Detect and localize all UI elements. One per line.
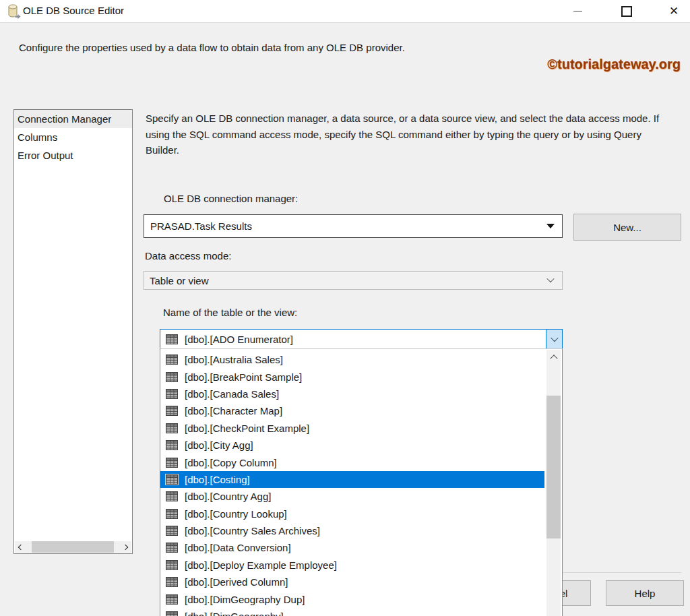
nav-item[interactable]: Error Output xyxy=(14,146,132,164)
list-item[interactable]: [dbo].[Character Map] xyxy=(160,402,544,419)
table-icon xyxy=(165,491,179,502)
table-icon xyxy=(165,334,179,345)
minimize-icon xyxy=(573,11,582,12)
nav-panel: Connection Manager Columns Error Output xyxy=(13,109,133,554)
instructions-text: Specify an OLE DB connection manager, a … xyxy=(146,111,675,158)
chevron-down-icon xyxy=(551,334,558,342)
nav-horizontal-scrollbar[interactable] xyxy=(15,541,131,553)
scroll-right-button[interactable] xyxy=(119,541,131,553)
help-button[interactable]: Help xyxy=(606,580,684,606)
list-item[interactable]: [dbo].[DimGeography] xyxy=(160,608,544,616)
table-icon xyxy=(165,388,179,400)
title-bar: OLE DB Source Editor ✕ xyxy=(0,0,690,23)
table-icon xyxy=(165,371,179,383)
table-dropdown-list: [dbo].[Australia Sales] [dbo].[BreakPoin… xyxy=(160,348,563,616)
table-icon xyxy=(165,423,179,434)
connection-manager-value: PRASAD.Task Results xyxy=(150,220,252,232)
list-item[interactable]: [dbo].[Costing] xyxy=(160,471,544,488)
dropdown-arrow-icon xyxy=(546,224,555,228)
table-icon xyxy=(165,508,179,520)
table-name-dropdown-button[interactable] xyxy=(546,330,562,348)
data-access-mode-value: Table or view xyxy=(150,275,209,286)
table-icon xyxy=(165,354,179,365)
table-icon xyxy=(165,611,179,616)
data-access-mode-label: Data access mode: xyxy=(145,250,231,261)
close-button[interactable]: ✕ xyxy=(658,0,689,22)
window-title: OLE DB Source Editor xyxy=(23,5,124,16)
dialog-description: Configure the properties used by a data … xyxy=(19,42,405,53)
scroll-left-icon xyxy=(18,544,24,549)
database-icon xyxy=(5,3,22,20)
minimize-button[interactable] xyxy=(562,0,593,22)
scroll-right-icon xyxy=(123,544,128,549)
table-name-value: [dbo].[ADO Enumerator] xyxy=(185,334,293,345)
table-icon xyxy=(165,542,179,553)
list-item[interactable]: [dbo].[City Agg] xyxy=(160,437,544,454)
list-item[interactable]: [dbo].[Country Agg] xyxy=(160,488,544,505)
maximize-icon xyxy=(621,6,632,17)
table-name-combobox[interactable]: [dbo].[ADO Enumerator] xyxy=(160,329,563,349)
list-item[interactable]: [dbo].[Data Conversion] xyxy=(160,539,544,556)
list-item[interactable]: [dbo].[Copy Column] xyxy=(160,454,544,470)
scrollbar-thumb[interactable] xyxy=(32,541,114,553)
list-item[interactable]: [dbo].[Canada Sales] xyxy=(160,386,544,402)
table-name-label: Name of the table or the view: xyxy=(163,307,297,318)
data-access-mode-combobox[interactable]: Table or view xyxy=(144,271,563,290)
maximize-button[interactable] xyxy=(611,0,642,22)
table-icon xyxy=(165,525,179,536)
nav-item[interactable]: Connection Manager xyxy=(14,110,132,128)
table-icon xyxy=(165,439,179,451)
list-item[interactable]: [dbo].[Australia Sales] xyxy=(160,351,544,368)
close-icon: ✕ xyxy=(669,4,679,18)
connection-manager-label: OLE DB connection manager: xyxy=(164,193,298,204)
scrollbar-thumb[interactable] xyxy=(546,396,561,538)
table-icon xyxy=(165,576,179,588)
table-icon xyxy=(165,474,179,485)
scroll-left-button[interactable] xyxy=(15,541,27,553)
list-item[interactable]: [dbo].[Deploy Example Employee] xyxy=(160,557,544,574)
list-item[interactable]: [dbo].[Derived Column] xyxy=(160,574,544,590)
chevron-down-icon xyxy=(546,275,554,282)
list-item[interactable]: [dbo].[DimGeography Dup] xyxy=(160,590,544,607)
list-item[interactable]: [dbo].[BreakPoint Sample] xyxy=(160,368,544,385)
table-icon xyxy=(165,559,179,571)
table-icon xyxy=(165,594,179,605)
table-icon xyxy=(165,405,179,417)
nav-item[interactable]: Columns xyxy=(14,128,132,146)
footer-separator xyxy=(561,572,681,573)
list-item[interactable]: [dbo].[Country Lookup] xyxy=(160,505,544,522)
list-item[interactable]: [dbo].[CheckPoint Example] xyxy=(160,420,544,437)
connection-manager-combobox[interactable]: PRASAD.Task Results xyxy=(144,214,563,238)
scroll-up-button[interactable] xyxy=(546,350,561,367)
scroll-up-icon xyxy=(550,355,557,362)
list-item[interactable]: [dbo].[Country Sales Archives] xyxy=(160,522,544,539)
list-scrollbar[interactable] xyxy=(546,350,561,616)
watermark: ©tutorialgateway.org xyxy=(547,57,681,72)
new-button[interactable]: New... xyxy=(573,214,681,241)
table-icon xyxy=(165,457,179,468)
